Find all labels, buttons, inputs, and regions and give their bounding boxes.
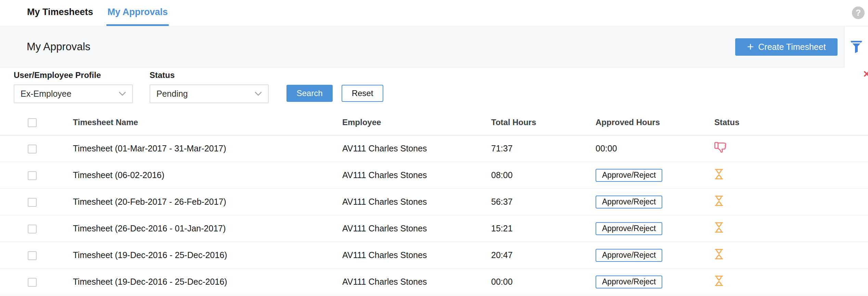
col-header-approved-hours: Approved Hours [596, 118, 714, 127]
timesheet-name[interactable]: Timesheet (26-Dec-2016 - 01-Jan-2017) [73, 224, 342, 233]
status-filter-label: Status [150, 71, 269, 80]
title-bar: My Approvals + Create Timesheet [0, 26, 868, 67]
timesheet-name[interactable]: Timesheet (06-02-2016) [73, 170, 342, 180]
timesheet-name[interactable]: Timesheet (01-Mar-2017 - 31-Mar-2017) [73, 144, 342, 153]
profile-filter-label: User/Employee Profile [14, 71, 133, 80]
employee-name: AV111 Charles Stones [342, 224, 491, 233]
col-header-employee: Employee [342, 118, 491, 127]
select-all-checkbox[interactable] [28, 118, 37, 127]
tab-bar: My Timesheets My Approvals ? [0, 0, 868, 26]
close-filter-icon[interactable]: ✕ [863, 69, 868, 80]
approvals-table: Timesheet Name Employee Total Hours Appr… [0, 109, 868, 295]
col-header-status: Status [714, 118, 868, 127]
employee-name: AV111 Charles Stones [342, 277, 491, 287]
reset-button[interactable]: Reset [342, 85, 383, 102]
total-hours: 20:47 [491, 250, 596, 260]
tab-my-timesheets[interactable]: My Timesheets [26, 0, 94, 26]
status-dropdown[interactable]: Pending [150, 84, 269, 103]
status-filter-group: Status Pending [150, 71, 269, 103]
chevron-down-icon [255, 92, 262, 96]
plus-icon: + [747, 41, 754, 52]
approve-reject-button[interactable]: Approve/Reject [596, 275, 662, 288]
profile-dropdown[interactable]: Ex-Employee [14, 84, 133, 103]
funnel-icon [850, 40, 863, 53]
total-hours: 56:37 [491, 197, 596, 207]
employee-name: AV111 Charles Stones [342, 250, 491, 260]
total-hours: 15:21 [491, 224, 596, 233]
total-hours: 71:37 [491, 144, 596, 153]
chevron-down-icon [119, 92, 126, 96]
table-row: Timesheet (26-Dec-2016 - 01-Jan-2017) AV… [0, 215, 868, 242]
approve-reject-button[interactable]: Approve/Reject [596, 196, 662, 208]
col-header-timesheet-name: Timesheet Name [73, 118, 342, 127]
table-row: Timesheet (01-Mar-2017 - 31-Mar-2017) AV… [0, 135, 868, 162]
profile-dropdown-value: Ex-Employee [21, 89, 72, 99]
table-row: Timesheet (19-Dec-2016 - 25-Dec-2016) AV… [0, 269, 868, 295]
table-row: Timesheet (06-02-2016) AV111 Charles Sto… [0, 162, 868, 189]
row-checkbox[interactable] [28, 251, 37, 260]
approve-reject-button[interactable]: Approve/Reject [596, 249, 662, 262]
table-row: Timesheet (19-Dec-2016 - 25-Dec-2016) AV… [0, 242, 868, 269]
total-hours: 08:00 [491, 170, 596, 180]
filter-toggle[interactable] [844, 26, 868, 67]
approved-hours: 00:00 [596, 144, 617, 153]
help-icon[interactable]: ? [852, 6, 865, 19]
tab-my-approvals[interactable]: My Approvals [106, 0, 169, 26]
create-timesheet-button[interactable]: + Create Timesheet [735, 38, 838, 56]
employee-name: AV111 Charles Stones [342, 170, 491, 180]
row-checkbox[interactable] [28, 171, 37, 180]
timesheet-name[interactable]: Timesheet (19-Dec-2016 - 25-Dec-2016) [73, 250, 342, 260]
hourglass-icon [714, 249, 724, 259]
status-dropdown-value: Pending [156, 89, 188, 99]
profile-filter-group: User/Employee Profile Ex-Employee [14, 71, 133, 103]
table-header-row: Timesheet Name Employee Total Hours Appr… [0, 109, 868, 135]
employee-name: AV111 Charles Stones [342, 144, 491, 153]
hourglass-icon [714, 169, 724, 179]
search-button[interactable]: Search [286, 85, 333, 102]
hourglass-icon [714, 222, 724, 233]
timesheet-name[interactable]: Timesheet (20-Feb-2017 - 26-Feb-2017) [73, 197, 342, 207]
row-checkbox[interactable] [28, 145, 37, 153]
employee-name: AV111 Charles Stones [342, 197, 491, 207]
row-checkbox[interactable] [28, 198, 37, 207]
hourglass-icon [714, 196, 724, 206]
page-title: My Approvals [27, 41, 90, 53]
col-header-total-hours: Total Hours [491, 118, 596, 127]
table-body: Timesheet (01-Mar-2017 - 31-Mar-2017) AV… [0, 135, 868, 295]
table-row: Timesheet (20-Feb-2017 - 26-Feb-2017) AV… [0, 189, 868, 215]
hourglass-icon [714, 275, 724, 286]
thumbs-down-icon [714, 142, 730, 153]
approve-reject-button[interactable]: Approve/Reject [596, 222, 662, 235]
row-checkbox[interactable] [28, 278, 37, 287]
create-timesheet-label: Create Timesheet [758, 42, 826, 52]
approve-reject-button[interactable]: Approve/Reject [596, 169, 662, 182]
timesheet-name[interactable]: Timesheet (19-Dec-2016 - 25-Dec-2016) [73, 277, 342, 287]
filter-bar: User/Employee Profile Ex-Employee Status… [0, 67, 868, 109]
row-checkbox[interactable] [28, 225, 37, 233]
total-hours: 00:00 [491, 277, 596, 287]
